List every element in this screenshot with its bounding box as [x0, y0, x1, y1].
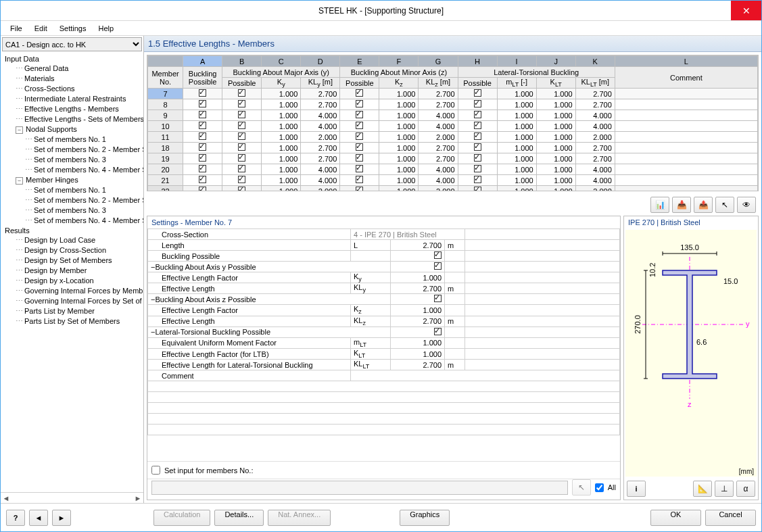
- view-button[interactable]: 👁: [737, 197, 756, 213]
- table-row[interactable]: 101.0004.0001.0004.0001.0001.0004.000: [148, 121, 758, 132]
- svg-text:10.2: 10.2: [648, 263, 657, 277]
- table-row[interactable]: 91.0004.0001.0004.0001.0001.0004.000: [148, 110, 758, 121]
- tree-r1[interactable]: ⋯Design by Load Case: [2, 235, 142, 245]
- tree-mh-set3[interactable]: ⋯Set of members No. 3: [2, 205, 142, 216]
- check-icon[interactable]: [434, 328, 442, 335]
- tree-els[interactable]: ⋯Effective Lengths - Sets of Members: [2, 114, 142, 124]
- grid-toolbar: 📊 📥 📤 ↖ 👁: [144, 194, 761, 216]
- nat-annex-button[interactable]: Nat. Annex...: [268, 510, 331, 526]
- info-button[interactable]: i: [627, 481, 646, 497]
- table-row[interactable]: 111.0002.0001.0002.0001.0001.0002.000: [148, 132, 758, 143]
- graphics-button[interactable]: Graphics: [400, 510, 450, 526]
- titlebar: STEEL HK - [Supporting Structure] ✕: [1, 1, 761, 21]
- pick-button[interactable]: ↖: [715, 197, 734, 213]
- cancel-button[interactable]: Cancel: [705, 510, 756, 526]
- tree-r6[interactable]: ⋯Governing Internal Forces by Member: [2, 286, 142, 296]
- stress-button[interactable]: 📐: [693, 481, 712, 497]
- svg-text:6.6: 6.6: [696, 338, 707, 346]
- svg-text:15.0: 15.0: [723, 277, 738, 285]
- table-row[interactable]: 181.0002.7001.0002.7001.0001.0002.700: [148, 143, 758, 153]
- tree-mh-set1[interactable]: ⋯Set of members No. 1: [2, 185, 142, 195]
- tree-r2[interactable]: ⋯Design by Cross-Section: [2, 245, 142, 256]
- sidebar: CA1 - Design acc. to HK Input Data ⋯Gene…: [1, 36, 144, 503]
- tree-elm[interactable]: ⋯Effective Lengths - Members: [2, 104, 142, 114]
- export-button[interactable]: 📤: [694, 197, 713, 213]
- tree-r8[interactable]: ⋯Parts List by Member: [2, 306, 142, 316]
- check-icon[interactable]: [434, 251, 442, 259]
- calculation-button[interactable]: Calculation: [153, 510, 210, 526]
- import-button[interactable]: 📥: [672, 197, 691, 213]
- menu-file[interactable]: File: [5, 23, 28, 34]
- svg-text:y: y: [746, 320, 750, 328]
- table-row[interactable]: 201.0004.0001.0004.0001.0001.0004.000: [148, 164, 758, 175]
- section-preview: IPE 270 | British Steel y z 135.0: [623, 216, 759, 500]
- unit-label: [mm]: [739, 468, 754, 475]
- values-button[interactable]: α: [736, 481, 755, 497]
- collapse-icon[interactable]: −: [16, 126, 23, 134]
- tree-mh-set4[interactable]: ⋯Set of members No. 4 - Member S: [2, 216, 142, 226]
- tree-r9[interactable]: ⋯Parts List by Set of Members: [2, 316, 142, 327]
- tree-general-data[interactable]: ⋯General Data: [2, 64, 142, 74]
- window-title: STEEL HK - [Supporting Structure]: [0, 6, 762, 16]
- tree-nodal-set4[interactable]: ⋯Set of members No. 4 - Member S: [2, 165, 142, 175]
- menu-edit[interactable]: Edit: [29, 23, 53, 34]
- tree-r3[interactable]: ⋯Design by Set of Members: [2, 256, 142, 266]
- collapse-icon[interactable]: −: [16, 177, 23, 185]
- tree-nodal-set3[interactable]: ⋯Set of members No. 3: [2, 155, 142, 165]
- section-heading: 1.5 Effective Lengths - Members: [144, 36, 761, 52]
- check-icon[interactable]: [434, 295, 442, 302]
- axes-button[interactable]: ⊥: [715, 481, 734, 497]
- set-input-row: Set input for members No.:: [147, 461, 620, 479]
- tree-nodal-set2[interactable]: ⋯Set of members No. 2 - Member S: [2, 145, 142, 155]
- svg-text:270.0: 270.0: [634, 315, 642, 334]
- settings-grid[interactable]: Cross-Section4 - IPE 270 | British Steel…: [147, 228, 620, 435]
- menubar: File Edit Settings Help: [1, 21, 761, 36]
- excel-export-button[interactable]: 📊: [650, 197, 669, 213]
- members-grid[interactable]: ABCDEFGHIJKLMemberNo.BucklingPossibleBuc…: [147, 55, 759, 191]
- check-icon[interactable]: [434, 262, 442, 270]
- app-window: STEEL HK - [Supporting Structure] ✕ File…: [0, 0, 762, 532]
- table-row[interactable]: 81.0002.7001.0002.7001.0001.0002.700: [148, 99, 758, 110]
- tree-mh[interactable]: −Member Hinges: [2, 175, 142, 185]
- tree-nodal-set1[interactable]: ⋯Set of members No. 1: [2, 135, 142, 145]
- tree-ilr[interactable]: ⋯Intermediate Lateral Restraints: [2, 94, 142, 104]
- table-row[interactable]: 71.0002.7001.0002.7001.0001.0002.700: [148, 89, 758, 99]
- case-selector[interactable]: CA1 - Design acc. to HK: [2, 37, 142, 51]
- tree-input-data[interactable]: Input Data: [2, 54, 142, 64]
- svg-text:z: z: [688, 400, 692, 408]
- tree-nodal[interactable]: −Nodal Supports: [2, 124, 142, 135]
- next-button[interactable]: ►: [52, 510, 71, 526]
- tree-cross-sections[interactable]: ⋯Cross-Sections: [2, 84, 142, 94]
- preview-title: IPE 270 | British Steel: [624, 216, 758, 228]
- prev-button[interactable]: ◄: [29, 510, 48, 526]
- preview-canvas: y z 135.0 270.0 10.2 15.0 6.6: [625, 230, 757, 477]
- tree-r4[interactable]: ⋯Design by Member: [2, 266, 142, 276]
- ok-button[interactable]: OK: [650, 510, 701, 526]
- close-button[interactable]: ✕: [731, 1, 761, 20]
- details-button[interactable]: Details...: [214, 510, 264, 526]
- sidebar-scroll[interactable]: ◄►: [1, 492, 143, 503]
- tree-results[interactable]: Results: [2, 226, 142, 235]
- table-row[interactable]: 221.0002.0001.0002.0001.0001.0002.000: [148, 186, 758, 191]
- nav-tree: Input Data ⋯General Data ⋯Materials ⋯Cro…: [1, 53, 143, 492]
- settings-panel: Settings - Member No. 7 Cross-Section4 -…: [147, 216, 621, 500]
- settings-title: Settings - Member No. 7: [147, 216, 620, 228]
- bottom-bar: ? ◄ ► Calculation Details... Nat. Annex.…: [1, 503, 761, 531]
- menu-help[interactable]: Help: [93, 23, 119, 34]
- members-input[interactable]: [151, 481, 568, 495]
- tree-r5[interactable]: ⋯Design by x-Location: [2, 276, 142, 286]
- pick-members-button[interactable]: ↖: [572, 479, 591, 495]
- table-row[interactable]: 191.0002.7001.0002.7001.0001.0002.700: [148, 153, 758, 164]
- help-button[interactable]: ?: [6, 510, 25, 526]
- menu-settings[interactable]: Settings: [54, 23, 92, 34]
- set-input-checkbox[interactable]: [151, 466, 160, 475]
- tree-mh-set2[interactable]: ⋯Set of members No. 2 - Member S: [2, 195, 142, 205]
- tree-r7[interactable]: ⋯Governing Internal Forces by Set of: [2, 296, 142, 306]
- set-input-label: Set input for members No.:: [164, 466, 253, 475]
- table-row[interactable]: 211.0004.0001.0004.0001.0001.0004.000: [148, 175, 758, 186]
- svg-text:135.0: 135.0: [680, 243, 699, 251]
- main-panel: 1.5 Effective Lengths - Members ABCDEFGH…: [144, 36, 761, 503]
- all-label: All: [608, 483, 616, 491]
- all-checkbox[interactable]: [595, 483, 604, 492]
- tree-materials[interactable]: ⋯Materials: [2, 74, 142, 84]
